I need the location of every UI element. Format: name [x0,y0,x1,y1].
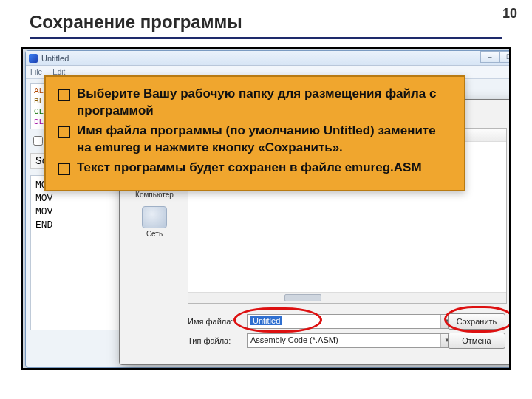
maximize-button[interactable]: ☐ [499,51,511,63]
filename-row: Имя файла: Untitled ▼ [188,314,454,329]
menu-file[interactable]: File [30,68,42,76]
window-controls: – ☐ ✕ [480,51,511,63]
place-label: Сеть [146,230,163,238]
title-rule [30,37,502,39]
filename-value: Untitled [250,316,282,325]
instruction-callout: Выберите Вашу рабочую папку для размещен… [44,75,466,191]
filetype-value: Assembly Code (*.ASM) [250,335,338,344]
cancel-button[interactable]: Отмена [448,332,505,349]
scrollbar-thumb[interactable] [284,294,321,301]
instruction-item: Текст программы будет сохранен в файле e… [58,160,454,177]
horizontal-scrollbar[interactable] [188,292,506,303]
filetype-row: Тип файла: Assembly Code (*.ASM) ▼ [188,333,454,348]
write-checkbox[interactable] [33,136,43,146]
filetype-label: Тип файла: [188,336,241,345]
save-button[interactable]: Сохранить [448,313,505,330]
place-label: Компьютер [135,191,174,199]
editor-titlebar: Untitled – ☐ ✕ [26,51,511,66]
network-icon [142,206,167,228]
place-network[interactable]: Сеть [126,206,183,238]
page-number: 10 [502,6,517,21]
editor-title: Untitled [41,54,69,63]
filename-input[interactable]: Untitled ▼ [247,314,454,329]
app-icon [29,54,38,63]
page-title: Сохранение программы [0,0,532,37]
instruction-item: Имя файла программы (по умолчанию Untitl… [58,123,454,157]
minimize-button[interactable]: – [480,51,499,63]
filename-label: Имя файла: [188,317,241,326]
filetype-select[interactable]: Assembly Code (*.ASM) ▼ [247,333,454,348]
instruction-item: Выберите Вашу рабочую папку для размещен… [58,86,454,120]
